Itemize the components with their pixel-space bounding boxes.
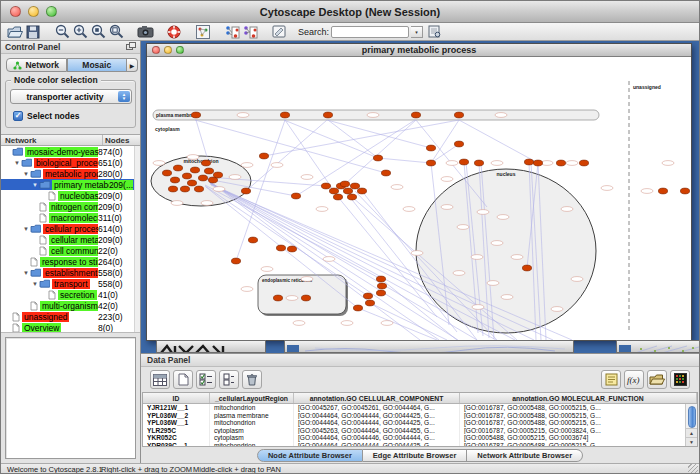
network-node[interactable]	[373, 155, 382, 161]
column-header[interactable]: ID	[143, 393, 210, 403]
network-node[interactable]	[333, 194, 342, 200]
filter-icon[interactable]	[241, 24, 259, 40]
scroll-down-icon[interactable]: ▼	[686, 437, 697, 446]
network-node[interactable]	[170, 177, 179, 183]
expand-arrow-icon[interactable]: ▼	[22, 171, 30, 177]
network-node[interactable]	[194, 186, 203, 192]
import-attributes-icon[interactable]	[647, 370, 667, 389]
select-attributes-icon[interactable]	[196, 370, 216, 389]
annotation-icon[interactable]	[270, 24, 288, 40]
network-node[interactable]	[377, 283, 386, 289]
expand-arrow-icon[interactable]: ▼	[13, 160, 21, 166]
network-node[interactable]	[353, 305, 362, 311]
open-session-icon[interactable]	[6, 24, 24, 40]
network-node[interactable]	[343, 188, 352, 194]
node-color-dropdown[interactable]: transporter activity ▲▼	[10, 89, 132, 104]
tree-row[interactable]: ▼biological_process651(0)	[1, 157, 140, 168]
zoom-out-icon[interactable]	[53, 24, 71, 40]
network-node[interactable]	[168, 186, 177, 192]
scroll-up-icon[interactable]: ▲	[686, 428, 697, 437]
network-overview-icon[interactable]	[194, 24, 212, 40]
network-node[interactable]	[658, 188, 667, 194]
save-session-icon[interactable]	[24, 24, 42, 40]
tab-edge-attribute-browser[interactable]: Edge Attribute Browser	[363, 449, 467, 462]
network-edge[interactable]	[431, 120, 459, 163]
network-node[interactable]	[522, 265, 531, 271]
new-attribute-icon[interactable]	[173, 370, 193, 389]
network-node[interactable]	[213, 172, 222, 178]
tree-col-nodes[interactable]: Nodes	[103, 135, 140, 145]
table-row[interactable]: YJR121W__1mitochondrion[GO:0045267, GO:0…	[143, 404, 697, 412]
tree-row[interactable]: nucleobase-...209(0)	[1, 190, 140, 201]
network-node[interactable]	[276, 245, 285, 251]
vizmapper-icon[interactable]	[223, 24, 241, 40]
region-nucleus[interactable]	[416, 169, 596, 333]
network-node[interactable]	[187, 180, 196, 186]
tab-network[interactable]: Network	[6, 58, 67, 72]
network-node[interactable]	[350, 183, 359, 189]
network-node[interactable]	[280, 112, 289, 118]
network-node[interactable]	[180, 186, 189, 192]
tree-row[interactable]: multi-organism pro...42(0)	[1, 300, 140, 311]
network-node[interactable]	[426, 160, 435, 166]
network-node[interactable]	[357, 188, 366, 194]
tab-mosaic[interactable]: Mosaic	[67, 58, 128, 72]
network-edge[interactable]	[459, 120, 538, 163]
network-node[interactable]	[291, 193, 300, 199]
network-node[interactable]	[340, 181, 349, 187]
tree-row[interactable]: ▼primary metabo...209(...	[1, 179, 140, 190]
network-node[interactable]	[259, 153, 268, 159]
resize-grip[interactable]	[688, 464, 698, 474]
network-node[interactable]	[376, 276, 385, 282]
column-header[interactable]: _cellularLayoutRegion	[210, 393, 294, 403]
network-node[interactable]	[204, 168, 213, 174]
tree-row[interactable]: cell communicat...22(0)	[1, 245, 140, 256]
network-node[interactable]	[524, 159, 533, 165]
tree-row[interactable]: Overview8(0)	[1, 322, 140, 333]
frame-minimize-button[interactable]	[164, 46, 172, 54]
network-node[interactable]	[273, 295, 282, 301]
minimize-button[interactable]	[28, 6, 39, 17]
attribute-table-icon[interactable]	[150, 370, 170, 389]
network-node[interactable]	[201, 160, 210, 166]
tree-row[interactable]: unassigned223(0)	[1, 311, 140, 322]
scrollbar-thumb[interactable]	[688, 406, 696, 428]
zoom-button[interactable]	[46, 6, 57, 17]
network-node[interactable]	[173, 165, 182, 171]
tree-scrollbar[interactable]	[134, 146, 140, 332]
network-node[interactable]	[454, 141, 463, 147]
network-node[interactable]	[579, 160, 588, 166]
zoom-fit-icon[interactable]	[107, 24, 125, 40]
function-builder-icon[interactable]: f(x)	[624, 370, 644, 389]
table-row[interactable]: YPL036W__2plasma membrane[GO:0044464, GO…	[143, 412, 697, 420]
tab-overflow-arrow[interactable]: ▶	[127, 58, 138, 72]
expand-arrow-icon[interactable]: ▼	[31, 281, 39, 287]
column-header[interactable]: annotation.GO CELLULAR_COMPONENT	[294, 393, 460, 403]
network-node[interactable]	[241, 188, 250, 194]
search-input[interactable]	[331, 26, 409, 38]
tree-row[interactable]: ▼metabolic process280(0)	[1, 168, 140, 179]
network-node[interactable]	[474, 160, 483, 166]
select-nodes-checkbox[interactable]: ✓	[13, 111, 23, 121]
tree-row[interactable]: ▼transport558(0)	[1, 278, 140, 289]
network-node[interactable]	[411, 112, 420, 118]
network-node[interactable]	[287, 246, 296, 252]
frame-zoom-button[interactable]	[176, 46, 184, 54]
frame-close-button[interactable]	[152, 46, 160, 54]
minimized-window-1[interactable]	[156, 340, 266, 353]
expand-arrow-icon[interactable]: ▼	[22, 270, 30, 276]
network-node[interactable]	[347, 194, 356, 200]
network-edge[interactable]	[378, 158, 431, 163]
tree-row[interactable]: macromolecule...311(0)	[1, 212, 140, 223]
delete-attribute-icon[interactable]	[242, 370, 262, 389]
network-node[interactable]	[533, 160, 542, 166]
table-row[interactable]: YLR295Ccytoplasm[GO:0045263, GO:0044464,…	[143, 427, 697, 435]
network-node[interactable]	[231, 258, 240, 264]
network-node[interactable]	[426, 145, 435, 151]
matrix-icon[interactable]	[670, 370, 690, 389]
float-panel-icon[interactable]	[126, 42, 136, 52]
network-node[interactable]	[321, 183, 330, 189]
network-node[interactable]	[556, 160, 565, 166]
network-node[interactable]	[301, 295, 310, 301]
tree-row[interactable]: cellular metabo...209(0)	[1, 234, 140, 245]
